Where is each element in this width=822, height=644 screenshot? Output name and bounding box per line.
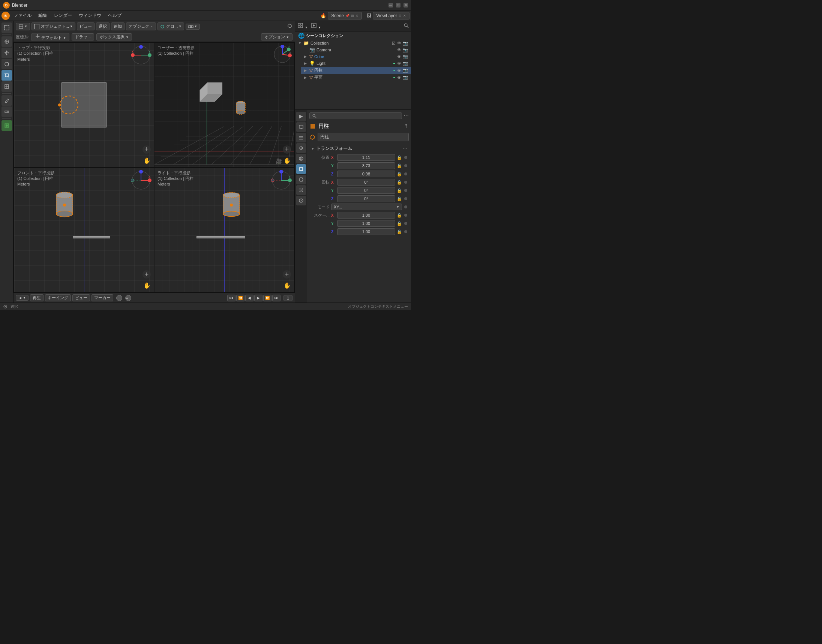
- prop-scene-btn[interactable]: [296, 143, 306, 153]
- pos-z-field[interactable]: 0.98: [337, 170, 395, 177]
- transform-section-header[interactable]: ▼ トランスフォーム ⋯: [309, 143, 409, 153]
- viewport-bottom-right[interactable]: Y Z ライト・平行投影 (1) Collection | 円柱 Meters …: [155, 168, 294, 292]
- menu-edit[interactable]: 編集: [35, 12, 50, 20]
- viewport-top-left[interactable]: Y X Z トップ・平行投影 (1) Collection | 円柱 Meter…: [14, 43, 154, 167]
- prop-object-btn[interactable]: [296, 164, 306, 174]
- outliner-editor-type[interactable]: ▼: [297, 23, 308, 30]
- menu-help[interactable]: ヘルプ: [105, 12, 124, 20]
- rotation-mode-dropdown[interactable]: XY... ▼: [331, 204, 402, 210]
- outliner-light[interactable]: ▶ 💡 Light ⌁ 👁 📷: [301, 60, 411, 67]
- viewlayer-dropdown[interactable]: ViewLayer ⊞ ✕: [373, 12, 410, 20]
- hand-tool-br[interactable]: ✋: [284, 282, 291, 289]
- tool-annotate[interactable]: [2, 95, 12, 106]
- section-options-icon[interactable]: ⋯: [403, 146, 407, 152]
- pos-x-lock-icon[interactable]: 🔒: [397, 155, 402, 160]
- hand-tool-tr[interactable]: ✋: [284, 157, 291, 164]
- col-camera-icon[interactable]: 📷: [403, 41, 408, 46]
- prop-particles-btn[interactable]: [296, 185, 306, 195]
- tool-add-object[interactable]: [2, 120, 12, 131]
- viewport-top-right[interactable]: Y X Z ユーザー・透視投影 (1) Collection | 円柱 + ✋ …: [155, 43, 294, 167]
- minimize-btn[interactable]: —: [389, 3, 393, 8]
- pos-y-lock-icon[interactable]: 🔒: [397, 163, 402, 168]
- pos-y-field[interactable]: 3.73: [337, 162, 395, 169]
- scale-z-field[interactable]: 1.00: [337, 228, 395, 235]
- outliner-camera[interactable]: 📷 Camera 👁 📷: [301, 46, 411, 53]
- prop-modifier-btn[interactable]: [296, 175, 306, 184]
- menu-render[interactable]: レンダー: [51, 12, 75, 20]
- pos-z-lock-icon[interactable]: 🔒: [397, 172, 402, 176]
- select-menu-btn[interactable]: 選択: [96, 23, 109, 31]
- rot-y-lock-icon[interactable]: 🔒: [397, 188, 402, 193]
- cyl-eye-icon[interactable]: 👁: [397, 68, 401, 73]
- tool-mode-select[interactable]: [2, 23, 12, 33]
- zoom-in-btn-tr[interactable]: +: [283, 146, 291, 154]
- outliner-search-icon[interactable]: [404, 23, 409, 29]
- tool-transform[interactable]: [2, 81, 12, 92]
- scale-y-lock-icon[interactable]: 🔒: [397, 221, 402, 226]
- object-mode-dropdown[interactable]: オブジェクト... ▼: [32, 23, 75, 31]
- transform-dropdown[interactable]: グロ... ▼: [158, 23, 184, 31]
- hand-tool-tl[interactable]: ✋: [143, 157, 151, 164]
- link-btn[interactable]: ▼: [186, 24, 200, 30]
- outliner-cylinder[interactable]: ▶ ▽ 円柱 ⌁ 👁 📷: [301, 67, 411, 74]
- prev-keyframe-btn[interactable]: ⏪: [236, 294, 244, 301]
- outliner-plane[interactable]: ▶ ▽ 平面 ⌁ 👁 📷: [301, 74, 411, 81]
- rot-y-field[interactable]: 0°: [337, 187, 395, 194]
- collection-row[interactable]: ▼ 📁 Collection ☑ 👁 📷: [295, 40, 411, 46]
- box-select-btn[interactable]: ボックス選択 ▼: [96, 33, 132, 40]
- prop-physics-btn[interactable]: [296, 196, 306, 205]
- scale-y-field[interactable]: 1.00: [337, 220, 395, 227]
- shading-icon[interactable]: [287, 23, 292, 29]
- marker-btn[interactable]: マーカー: [92, 294, 113, 301]
- tool-measure[interactable]: [2, 106, 12, 117]
- tool-scale[interactable]: [2, 70, 12, 81]
- light-camera-icon[interactable]: 📷: [403, 61, 408, 66]
- rot-x-lock-icon[interactable]: 🔒: [397, 180, 402, 185]
- add-menu-btn[interactable]: 追加: [111, 23, 124, 31]
- view-anim-btn[interactable]: ビュー: [72, 294, 90, 301]
- zoom-in-btn-tl[interactable]: +: [143, 146, 151, 154]
- editor-type-btn[interactable]: ▼: [16, 23, 30, 31]
- anim-mode-btn[interactable]: ◄ ▼: [16, 295, 29, 301]
- drag-btn[interactable]: ドラッ...: [72, 33, 94, 40]
- options-btn[interactable]: オプション ▼: [261, 33, 292, 40]
- rot-z-lock-icon[interactable]: 🔒: [397, 196, 402, 201]
- plane-camera-icon[interactable]: 📷: [403, 75, 408, 80]
- audio-btn[interactable]: ▼: [125, 295, 131, 301]
- props-search-box[interactable]: [309, 112, 402, 119]
- record-btn[interactable]: [116, 295, 122, 301]
- props-filter-icon[interactable]: ⋯: [404, 112, 409, 119]
- close-btn[interactable]: ✕: [404, 3, 408, 8]
- maximize-btn[interactable]: □: [396, 3, 401, 8]
- object-menu-btn[interactable]: オブジェクト: [126, 23, 156, 31]
- keying-btn[interactable]: キーイング: [45, 294, 71, 301]
- zoom-in-btn-bl[interactable]: +: [143, 270, 151, 279]
- prop-render-btn[interactable]: [296, 112, 306, 121]
- zoom-in-btn-br[interactable]: +: [283, 270, 291, 279]
- pin-icon[interactable]: [404, 124, 409, 129]
- plane-eye-icon[interactable]: 👁: [397, 75, 401, 80]
- frame-number[interactable]: 1: [284, 295, 292, 301]
- cube-eye-icon[interactable]: 👁: [397, 54, 401, 59]
- hand-tool-bl[interactable]: ✋: [143, 282, 151, 289]
- play-btn[interactable]: ▶: [254, 294, 263, 301]
- rot-z-field[interactable]: 0°: [337, 195, 395, 202]
- view-menu-btn[interactable]: ビュー: [77, 23, 95, 31]
- scene-dropdown[interactable]: Scene 📌 ⊞ ✕: [328, 12, 362, 20]
- coord-arrows-btn[interactable]: デフォルト ▼: [32, 33, 69, 41]
- cyl-camera-icon[interactable]: 📷: [403, 68, 408, 73]
- prop-world-btn[interactable]: [296, 154, 306, 163]
- camera-view-icon-tr[interactable]: 🎥: [276, 158, 282, 164]
- tool-cursor[interactable]: [2, 36, 12, 47]
- pos-x-field[interactable]: 1.11: [337, 154, 395, 161]
- prop-viewlayer-btn[interactable]: [296, 133, 306, 143]
- scale-x-lock-icon[interactable]: 🔒: [397, 213, 402, 218]
- rot-x-field[interactable]: 0°: [337, 179, 395, 186]
- light-eye-icon[interactable]: 👁: [397, 61, 401, 66]
- play-menu-btn[interactable]: 再生: [30, 294, 43, 301]
- prop-output-btn[interactable]: [296, 122, 306, 132]
- scale-x-field[interactable]: 1.00: [337, 212, 395, 219]
- prev-frame-btn[interactable]: ◀: [245, 294, 254, 301]
- tool-move[interactable]: [2, 48, 12, 58]
- cam-eye-icon[interactable]: 👁: [397, 48, 401, 52]
